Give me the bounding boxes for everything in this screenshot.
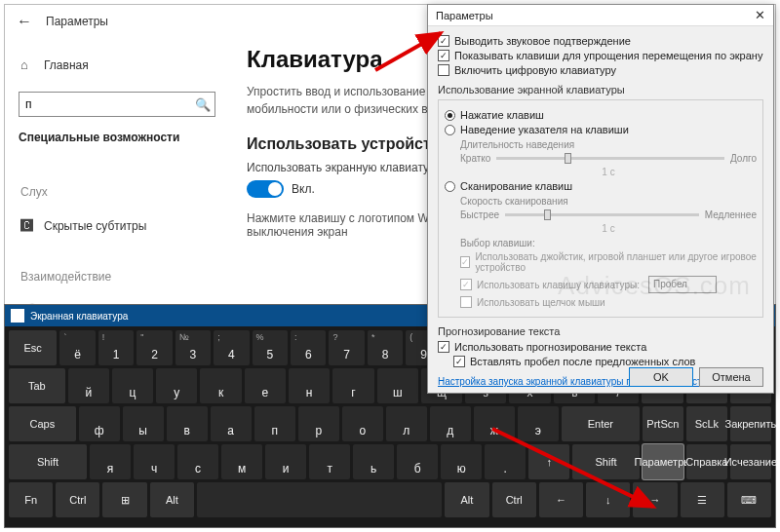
key-ф[interactable]: ф bbox=[79, 406, 120, 441]
checkbox-icon: ✓ bbox=[453, 356, 465, 367]
chk-numpad[interactable]: Включить цифровую клавиатуру bbox=[438, 64, 763, 76]
key-ь[interactable]: ь bbox=[353, 444, 394, 479]
key-л[interactable]: л bbox=[386, 406, 427, 441]
key-☰[interactable]: ☰ bbox=[681, 482, 724, 517]
dialog-close-icon[interactable]: ✕ bbox=[755, 8, 765, 22]
key-caps[interactable]: Caps bbox=[9, 406, 76, 441]
key-shift[interactable]: Shift bbox=[9, 444, 87, 479]
key-↓[interactable]: ↓ bbox=[586, 482, 630, 517]
key-исчезание[interactable]: Исчезание bbox=[730, 444, 771, 479]
key-alt[interactable]: Alt bbox=[150, 482, 194, 517]
key-select-label: Выбор клавиши: bbox=[460, 238, 757, 248]
key-←[interactable]: ← bbox=[539, 482, 583, 517]
key-ё[interactable]: `ё bbox=[59, 330, 95, 365]
ok-button[interactable]: OK bbox=[629, 367, 693, 387]
key-→[interactable]: → bbox=[633, 482, 677, 517]
radio-press-label: Нажатие клавиш bbox=[460, 109, 544, 121]
chk-show-keys[interactable]: ✓ Показывать клавиши для упрощения перем… bbox=[438, 50, 763, 61]
search-icon: 🔍 bbox=[195, 97, 209, 112]
checkbox-icon bbox=[460, 296, 472, 308]
key-fn[interactable]: Fn bbox=[9, 482, 53, 517]
key-tab[interactable]: Tab bbox=[9, 368, 65, 403]
key-п[interactable]: п bbox=[254, 406, 295, 441]
key-1[interactable]: !1 bbox=[98, 330, 134, 365]
key-и[interactable]: и bbox=[265, 444, 306, 479]
back-arrow-icon[interactable]: ← bbox=[17, 13, 32, 30]
key-й[interactable]: й bbox=[68, 368, 109, 403]
radio-scan[interactable]: Сканирование клавиш bbox=[445, 180, 757, 192]
radio-hover[interactable]: Наведение указателя на клавиши bbox=[445, 124, 757, 135]
key-параметры[interactable]: Параметры bbox=[643, 444, 683, 479]
key-г[interactable]: г bbox=[332, 368, 373, 403]
sidebar-section-label: Специальные возможности bbox=[19, 131, 215, 144]
search-input[interactable] bbox=[25, 97, 195, 111]
key-blank[interactable] bbox=[197, 482, 442, 517]
key-а[interactable]: а bbox=[211, 406, 252, 441]
key-esc[interactable]: Esc bbox=[9, 330, 57, 365]
key-м[interactable]: м bbox=[221, 444, 262, 479]
key-6[interactable]: :6 bbox=[291, 330, 326, 365]
key-enter[interactable]: Enter bbox=[562, 406, 640, 441]
key-⌨[interactable]: ⌨ bbox=[727, 482, 771, 517]
key-ctrl[interactable]: Ctrl bbox=[492, 482, 536, 517]
scan-slow-label: Медленнее bbox=[705, 209, 757, 220]
settings-window-title: Параметры bbox=[46, 15, 108, 28]
key-справка[interactable]: Справка bbox=[686, 444, 727, 479]
cancel-button[interactable]: Отмена bbox=[699, 367, 763, 387]
key-в[interactable]: в bbox=[167, 406, 208, 441]
scan-slider bbox=[505, 213, 699, 216]
key-7[interactable]: ?7 bbox=[329, 330, 364, 365]
key-н[interactable]: н bbox=[289, 368, 330, 403]
key-ш[interactable]: ш bbox=[377, 368, 418, 403]
key-э[interactable]: э bbox=[518, 406, 559, 441]
sidebar-item-cc[interactable]: 🅲 Скрытые субтитры bbox=[19, 209, 215, 243]
key-5[interactable]: %5 bbox=[253, 330, 288, 365]
key-3[interactable]: №3 bbox=[176, 330, 211, 365]
chk-space-label: Вставлять пробел после предложенных слов bbox=[470, 356, 695, 367]
cc-icon: 🅲 bbox=[20, 218, 34, 233]
key-sclk[interactable]: ScLk bbox=[686, 406, 727, 441]
checkbox-icon: ✓ bbox=[438, 50, 449, 61]
checkbox-icon: ✓ bbox=[438, 341, 449, 353]
toggle-state-label: Вкл. bbox=[292, 182, 315, 196]
radio-press-keys[interactable]: Нажатие клавиш bbox=[445, 109, 757, 121]
chk-kb-key: ✓ Использовать клавишу клавиатуры: Пробе… bbox=[460, 276, 757, 293]
chk-insert-space[interactable]: ✓ Вставлять пробел после предложенных сл… bbox=[453, 356, 763, 367]
key-у[interactable]: у bbox=[156, 368, 197, 403]
key-8[interactable]: *8 bbox=[368, 330, 403, 365]
key-с[interactable]: с bbox=[177, 444, 218, 479]
dialog-titlebar[interactable]: Параметры ✕ bbox=[428, 5, 773, 26]
key-б[interactable]: б bbox=[397, 444, 438, 479]
key-prtscn[interactable]: PrtScn bbox=[643, 406, 683, 441]
key-ж[interactable]: ж bbox=[474, 406, 515, 441]
key-е[interactable]: е bbox=[245, 368, 286, 403]
key-ю[interactable]: ю bbox=[441, 444, 482, 479]
key-к[interactable]: к bbox=[200, 368, 241, 403]
key-shift[interactable]: Shift bbox=[572, 444, 640, 479]
key-т[interactable]: т bbox=[309, 444, 350, 479]
key-д[interactable]: д bbox=[430, 406, 471, 441]
key-⊞[interactable]: ⊞ bbox=[102, 482, 146, 517]
key-ы[interactable]: ы bbox=[123, 406, 164, 441]
key-о[interactable]: о bbox=[342, 406, 383, 441]
key-р[interactable]: р bbox=[298, 406, 339, 441]
chk-joystick: ✓ Использовать джойстик, игровой планшет… bbox=[460, 251, 757, 273]
key-ctrl[interactable]: Ctrl bbox=[56, 482, 99, 517]
key-↑[interactable]: ↑ bbox=[528, 444, 569, 479]
kb-key-select: Пробел bbox=[648, 276, 717, 293]
sidebar-home[interactable]: ⌂ Главная bbox=[19, 48, 215, 82]
key-4[interactable]: ;4 bbox=[214, 330, 249, 365]
sidebar-group-interaction: Взаимодействие bbox=[19, 260, 215, 293]
sidebar-group-hearing: Слух bbox=[19, 175, 215, 209]
settings-search[interactable]: 🔍 bbox=[19, 92, 215, 117]
key-2[interactable]: "2 bbox=[136, 330, 172, 365]
chk-use-predict[interactable]: ✓ Использовать прогнозирование текста bbox=[438, 341, 763, 353]
key-ч[interactable]: ч bbox=[134, 444, 175, 479]
chk-sound-confirm[interactable]: ✓ Выводить звуковое подтверждение bbox=[438, 35, 763, 47]
key-.[interactable]: . bbox=[485, 444, 526, 479]
toggle-track[interactable] bbox=[247, 180, 284, 198]
key-закрепить[interactable]: Закрепить bbox=[730, 406, 771, 441]
key-ц[interactable]: ц bbox=[112, 368, 153, 403]
key-alt[interactable]: Alt bbox=[445, 482, 488, 517]
key-я[interactable]: я bbox=[90, 444, 131, 479]
